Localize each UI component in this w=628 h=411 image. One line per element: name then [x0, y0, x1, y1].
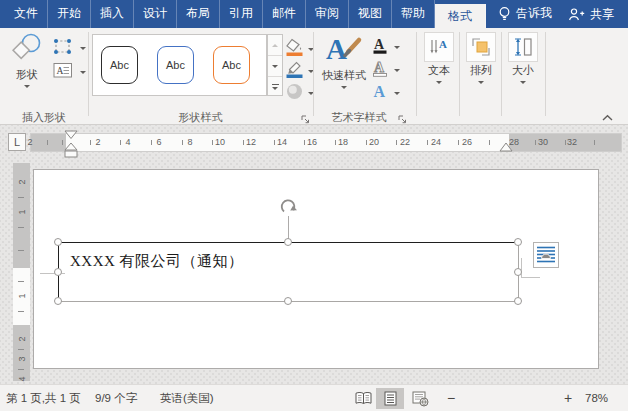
- rotation-handle-icon[interactable]: [279, 197, 298, 216]
- text-effects-button[interactable]: A: [371, 82, 400, 105]
- menu-tab[interactable]: 邮件: [263, 0, 306, 28]
- share-button[interactable]: 共享: [568, 0, 628, 28]
- size-group-button[interactable]: 大小: [504, 32, 542, 84]
- menu-tab[interactable]: 设计: [134, 0, 177, 28]
- svg-text:A: A: [326, 33, 347, 63]
- hruler-number: 26: [460, 137, 474, 147]
- textbox-resize-handle[interactable]: [514, 297, 522, 305]
- tab-format-active[interactable]: 格式: [435, 4, 486, 28]
- menu-tab[interactable]: 布局: [177, 0, 220, 28]
- zoom-out-button[interactable]: −: [447, 385, 455, 411]
- menu-tab[interactable]: 帮助: [392, 0, 435, 28]
- edit-shape-icon: [52, 37, 74, 60]
- edit-shape-button[interactable]: [52, 37, 86, 60]
- textbox-resize-handle[interactable]: [54, 268, 62, 276]
- textbox-resize-handle[interactable]: [54, 238, 62, 246]
- shapes-button[interactable]: 形状: [6, 32, 48, 88]
- quick-styles-label: 快速样式: [322, 68, 366, 83]
- text-fill-button[interactable]: A: [371, 36, 400, 59]
- hruler-tick: [458, 140, 459, 145]
- hruler-tick: [304, 140, 305, 145]
- vertical-ruler[interactable]: 211234: [13, 163, 30, 381]
- menu-tab[interactable]: 开始: [48, 0, 91, 28]
- hruler-tick: [335, 140, 336, 145]
- selected-textbox[interactable]: XXXX 有限公司（通知）: [58, 242, 519, 302]
- tell-me-button[interactable]: 告诉我: [516, 0, 552, 28]
- zoom-percentage[interactable]: 78%: [585, 385, 608, 411]
- text-group-button[interactable]: A 文本: [420, 32, 458, 84]
- document-area: L 22468101214161820222426283032 211234 X: [0, 125, 628, 384]
- language-status[interactable]: 英语(美国): [160, 385, 214, 411]
- arrange-group-button[interactable]: 排列: [462, 32, 500, 84]
- ribbon-format-tab: 形状 A: [0, 28, 628, 125]
- collapse-ribbon-button[interactable]: [601, 108, 614, 126]
- layout-options-button[interactable]: [533, 242, 559, 268]
- shape-styles-gallery: AbcAbcAbc: [92, 34, 267, 96]
- print-layout-button-active[interactable]: [376, 388, 404, 409]
- hruler-number: 22: [398, 137, 412, 147]
- arrange-icon: [466, 32, 496, 62]
- arrange-group-label: 排列: [470, 63, 492, 78]
- menu-tab[interactable]: 引用: [220, 0, 263, 28]
- draw-textbox-button[interactable]: A: [52, 61, 86, 84]
- zoom-in-button[interactable]: +: [564, 385, 572, 411]
- hruler-tick: [427, 140, 428, 145]
- gallery-scroll-strip: [267, 34, 283, 96]
- text-direction-icon: A: [424, 32, 454, 62]
- shape-outline-button[interactable]: [285, 60, 314, 83]
- shape-style-chip[interactable]: Abc: [101, 46, 138, 84]
- indent-markers[interactable]: [63, 130, 79, 159]
- vruler-number: 3: [16, 353, 28, 366]
- vruler-number: 1: [16, 206, 28, 219]
- menu-tab[interactable]: 审阅: [306, 0, 349, 28]
- gallery-scroll-up-button[interactable]: [268, 35, 282, 56]
- quick-styles-button[interactable]: A 快速样式: [316, 32, 372, 89]
- shape-style-chip[interactable]: Abc: [157, 46, 194, 84]
- chevron-down-icon: [341, 86, 347, 89]
- size-group-label: 大小: [512, 63, 534, 78]
- textbox-resize-handle[interactable]: [54, 297, 62, 305]
- textbox-resize-handle[interactable]: [284, 297, 292, 305]
- textbox-text[interactable]: XXXX 有限公司（通知）: [70, 252, 244, 271]
- chevron-down-icon: [394, 92, 400, 95]
- wordart-quick-styles-icon: A: [325, 32, 363, 67]
- hruler-number: 16: [305, 137, 319, 147]
- gallery-more-button[interactable]: [268, 77, 282, 97]
- menu-tab[interactable]: 插入: [91, 0, 134, 28]
- vruler-tick: [18, 311, 24, 312]
- word-count-status[interactable]: 9/9 个字: [95, 385, 137, 411]
- textbox-resize-handle[interactable]: [284, 238, 292, 246]
- right-indent-marker[interactable]: [498, 142, 514, 153]
- textbox-resize-handle[interactable]: [514, 268, 522, 276]
- hruler-number: 6: [152, 137, 166, 147]
- triangle-down-icon: [272, 65, 278, 68]
- menu-tab[interactable]: 视图: [349, 0, 392, 28]
- text-outline-icon: A: [371, 59, 389, 82]
- text-outline-button[interactable]: A: [371, 59, 400, 82]
- hruler-tick: [47, 140, 48, 145]
- hruler-tick: [565, 140, 566, 145]
- more-bar-icon: [272, 84, 279, 85]
- hruler-tick: [594, 140, 595, 145]
- hruler-tick: [182, 140, 183, 145]
- hruler-number: 32: [565, 137, 579, 147]
- horizontal-ruler[interactable]: 22468101214161820222426283032: [30, 133, 622, 152]
- web-layout-button[interactable]: [412, 391, 429, 409]
- chevron-down-icon: [80, 71, 86, 74]
- lightbulb-icon[interactable]: [498, 0, 511, 28]
- hruler-number: 10: [213, 137, 227, 147]
- group-label-wordart-styles: 艺术字样式: [313, 110, 405, 125]
- hruler-number: 12: [244, 137, 258, 147]
- page-number-status[interactable]: 第 1 页,共 1 页: [6, 385, 81, 411]
- shape-fill-button[interactable]: [285, 38, 314, 61]
- hruler-number: 24: [429, 137, 443, 147]
- hruler-number: 2: [91, 137, 105, 147]
- chevron-down-icon: [80, 47, 86, 50]
- shape-style-chip[interactable]: Abc: [213, 46, 250, 84]
- gallery-scroll-down-button[interactable]: [268, 56, 282, 77]
- shape-effects-button[interactable]: [285, 82, 314, 105]
- textbox-resize-handle[interactable]: [514, 238, 522, 246]
- triangle-down-icon: [272, 87, 278, 90]
- menu-tab[interactable]: 文件: [5, 0, 48, 28]
- read-mode-button[interactable]: [354, 391, 373, 408]
